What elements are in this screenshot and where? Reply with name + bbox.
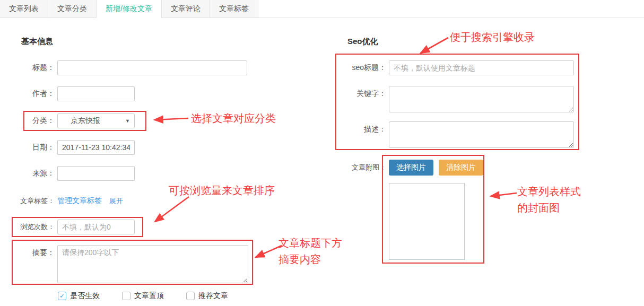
checkbox-row: ✓ 是否生效 ✓ 文章置顶 ✓ 推荐文章: [58, 291, 250, 301]
pinned-checkbox-label: 文章置顶: [134, 291, 164, 301]
keywords-row: 关键字：: [318, 86, 574, 112]
annotation-cover-line1: 文章列表样式: [517, 183, 581, 200]
seo-title-row: seo标题：: [318, 60, 574, 75]
keywords-textarea[interactable]: [389, 86, 574, 112]
source-label: 来源：: [0, 169, 57, 178]
source-input[interactable]: [57, 166, 135, 181]
date-label: 日期：: [0, 143, 57, 152]
views-label: 浏览次数：: [0, 222, 57, 232]
check-icon: ✓: [59, 293, 65, 299]
arrow-category-icon: [154, 118, 188, 120]
active-checkbox-label: 是否生效: [70, 291, 100, 301]
active-checkbox[interactable]: ✓: [58, 292, 66, 300]
description-row: 描述：: [318, 121, 574, 148]
manage-tags-link[interactable]: 管理文章标签: [57, 196, 102, 206]
category-row: 分类： 京东快报 ▼: [0, 113, 135, 128]
cover-image-preview: [389, 183, 465, 260]
title-label: 标题：: [0, 63, 57, 73]
basic-info-heading: 基本信息: [21, 37, 53, 47]
annotation-seo: 便于搜索引擎收录: [450, 29, 535, 46]
tab-bar: 文章列表 文章分类 新增/修改文章 文章评论 文章标签: [0, 0, 644, 18]
expand-tags-link[interactable]: 展开: [109, 196, 123, 206]
seo-title-input[interactable]: [389, 60, 574, 75]
clear-image-button[interactable]: 清除图片: [439, 160, 483, 176]
author-label: 作者：: [0, 89, 57, 99]
title-input[interactable]: [57, 60, 247, 75]
date-row: 日期：: [0, 140, 135, 155]
seo-heading: Seo优化: [347, 37, 378, 47]
annotation-summary: 文章标题下方 摘要内容: [279, 235, 342, 268]
recommended-checkbox-label: 推荐文章: [198, 291, 228, 301]
checkbox-item-recommended[interactable]: ✓ 推荐文章: [186, 291, 228, 301]
tab-article-list[interactable]: 文章列表: [0, 0, 48, 18]
annotation-cover-line2: 的封面图: [517, 200, 581, 216]
checkbox-item-pinned[interactable]: ✓ 文章置顶: [122, 291, 164, 301]
arrow-views-icon: [155, 197, 189, 222]
attach-image-label: 文章附图：: [318, 163, 389, 172]
attach-image-row: 文章附图： 选择图片 清除图片: [318, 160, 483, 176]
tab-add-edit-article[interactable]: 新增/修改文章: [97, 0, 162, 18]
annotation-cover: 文章列表样式 的封面图: [517, 183, 581, 216]
arrow-seo-icon: [421, 38, 448, 53]
date-input[interactable]: [57, 140, 135, 155]
description-label: 描述：: [318, 121, 389, 134]
source-row: 来源：: [0, 166, 135, 181]
author-row: 作者：: [0, 86, 135, 101]
category-label: 分类：: [0, 116, 57, 126]
category-select[interactable]: 京东快报 ▼: [57, 113, 135, 128]
keywords-label: 关键字：: [318, 86, 389, 99]
summary-row: 摘要：: [0, 245, 248, 283]
arrow-cover-icon: [491, 193, 517, 196]
summary-textarea[interactable]: [57, 245, 248, 283]
category-select-value: 京东快报: [62, 116, 125, 126]
tags-label: 文章标签：: [0, 196, 57, 206]
chevron-down-icon: ▼: [125, 118, 130, 124]
recommended-checkbox[interactable]: ✓: [186, 292, 195, 300]
seo-title-label: seo标题：: [318, 63, 389, 73]
description-textarea[interactable]: [389, 121, 574, 148]
annotation-summary-line2: 摘要内容: [279, 251, 342, 268]
tab-article-tags[interactable]: 文章标签: [210, 0, 258, 18]
views-input[interactable]: [57, 220, 135, 234]
annotation-views: 可按浏览量来文章排序: [169, 182, 275, 199]
arrow-summary-icon: [256, 246, 282, 257]
select-image-button[interactable]: 选择图片: [389, 160, 433, 176]
author-input[interactable]: [57, 86, 135, 101]
checkbox-item-active[interactable]: ✓ 是否生效: [58, 291, 100, 301]
title-row: 标题：: [0, 60, 247, 75]
annotation-category: 选择文章对应分类: [191, 110, 276, 127]
tab-article-category[interactable]: 文章分类: [48, 0, 97, 18]
annotation-summary-line1: 文章标题下方: [279, 235, 342, 251]
tab-article-comments[interactable]: 文章评论: [162, 0, 210, 18]
summary-label: 摘要：: [0, 245, 57, 258]
tags-row: 文章标签： 管理文章标签 展开: [0, 196, 123, 206]
pinned-checkbox[interactable]: ✓: [122, 292, 130, 300]
views-row: 浏览次数：: [0, 220, 135, 234]
